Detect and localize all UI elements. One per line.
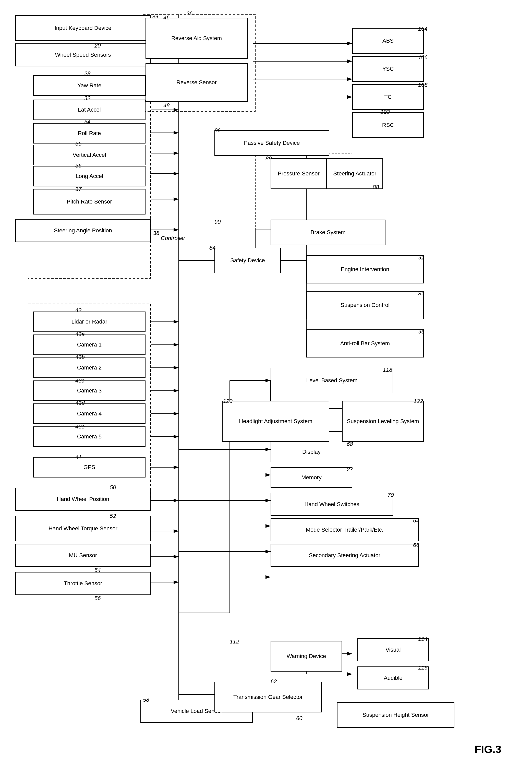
- camera1-box: Camera 1: [33, 335, 146, 355]
- memory-box: Memory: [271, 467, 352, 488]
- num-108: 108: [418, 82, 428, 88]
- headlight-adj-label: Headlight Adjustment System: [239, 418, 312, 425]
- yaw-rate-box: Yaw Rate: [33, 75, 146, 96]
- lat-accel-label: Lat Accel: [78, 106, 100, 114]
- num-86: 86: [214, 127, 221, 134]
- suspension-leveling-box: Suspension Leveling System: [342, 401, 424, 442]
- camera4-label: Camera 4: [77, 410, 102, 417]
- transmission-gear-box: Transmission Gear Selector: [214, 682, 322, 713]
- num-66: 66: [413, 542, 419, 549]
- num-38-ctrl: 38: [153, 230, 159, 236]
- roll-rate-box: Roll Rate: [33, 123, 146, 144]
- num-34: 34: [84, 119, 90, 125]
- num-50: 50: [110, 484, 116, 491]
- long-accel-label: Long Accel: [75, 173, 103, 180]
- num-88: 88: [373, 184, 379, 190]
- num-43c: 43c: [75, 377, 84, 384]
- warning-device-box: Warning Device: [271, 641, 342, 671]
- headlight-adj-box: Headlight Adjustment System: [222, 401, 329, 442]
- num-27: 27: [347, 466, 353, 473]
- lidar-radar-label: Lidar or Radar: [71, 318, 107, 326]
- secondary-steering-box: Secondary Steering Actuator: [271, 544, 419, 567]
- mu-sensor-label: MU Sensor: [69, 552, 97, 559]
- hand-wheel-torque-label: Hand Wheel Torque Sensor: [48, 525, 117, 532]
- num-42: 42: [75, 307, 81, 314]
- num-32: 32: [84, 95, 90, 102]
- audible-label: Audible: [384, 674, 402, 682]
- engine-intervention-label: Engine Intervention: [341, 266, 389, 273]
- num-96: 96: [418, 328, 424, 335]
- pitch-rate-label: Pitch Rate Sensor: [67, 198, 112, 206]
- num-104: 104: [418, 25, 428, 32]
- tc-label: TC: [384, 93, 391, 101]
- figure-label: FIG.3: [475, 743, 501, 756]
- warning-device-label: Warning Device: [287, 653, 326, 660]
- mode-selector-box: Mode Selector Trailer/Park/Etc.: [271, 518, 419, 541]
- pressure-sensor-label: Pressure Sensor: [278, 170, 320, 177]
- num-94: 94: [418, 290, 424, 297]
- display-box: Display: [271, 442, 352, 462]
- mu-sensor-box: MU Sensor: [15, 544, 151, 567]
- gps-label: GPS: [83, 464, 95, 471]
- hand-wheel-pos-label: Hand Wheel Position: [57, 496, 109, 503]
- steering-actuator-label: Steering Actuator: [333, 170, 376, 177]
- num-20: 20: [94, 42, 100, 49]
- camera3-box: Camera 3: [33, 380, 146, 401]
- roll-rate-label: Roll Rate: [78, 130, 101, 137]
- suspension-control-box: Suspension Control: [306, 291, 424, 319]
- ysc-box: YSC: [352, 56, 424, 82]
- num-58: 58: [143, 697, 149, 703]
- hand-wheel-switches-box: Hand Wheel Switches: [271, 493, 393, 516]
- num-92: 92: [418, 254, 424, 261]
- wheel-speed-label: Wheel Speed Sensors: [55, 51, 111, 59]
- hand-wheel-switches-label: Hand Wheel Switches: [304, 501, 359, 508]
- vertical-accel-box: Vertical Accel: [33, 145, 146, 165]
- num-60: 60: [296, 715, 302, 722]
- num-64: 64: [413, 517, 419, 524]
- num-37: 37: [75, 186, 81, 193]
- brake-system-box: Brake System: [271, 220, 385, 245]
- controller-label: Controller: [161, 235, 185, 241]
- num-112: 112: [230, 638, 239, 645]
- num-43d: 43d: [75, 400, 85, 406]
- num-46: 46: [164, 14, 170, 21]
- visual-label: Visual: [385, 646, 401, 654]
- input-keyboard-box: Input Keyboard Device: [15, 15, 151, 41]
- lat-accel-box: Lat Accel: [33, 100, 146, 120]
- num-84: 84: [209, 245, 216, 251]
- num-36: 36: [75, 162, 81, 169]
- pitch-rate-box: Pitch Rate Sensor: [33, 189, 146, 214]
- reverse-sensor-label: Reverse Sensor: [177, 79, 217, 86]
- abs-box: ABS: [352, 28, 424, 54]
- hand-wheel-torque-box: Hand Wheel Torque Sensor: [15, 516, 151, 541]
- camera2-label: Camera 2: [77, 364, 102, 372]
- suspension-leveling-label: Suspension Leveling System: [347, 418, 419, 425]
- reverse-sensor-box: Reverse Sensor: [146, 63, 248, 102]
- throttle-sensor-box: Throttle Sensor: [15, 572, 151, 595]
- camera4-box: Camera 4: [33, 403, 146, 424]
- secondary-steering-label: Secondary Steering Actuator: [309, 552, 380, 559]
- level-based-box: Level Based System: [271, 368, 393, 393]
- num-114: 114: [418, 636, 428, 642]
- anti-roll-label: Anti-roll Bar System: [340, 340, 390, 347]
- num-56: 56: [94, 595, 100, 602]
- num-62: 62: [271, 678, 277, 685]
- num-122: 122: [414, 398, 423, 404]
- memory-label: Memory: [301, 474, 321, 481]
- num-48: 48: [164, 102, 170, 109]
- input-keyboard-label: Input Keyboard Device: [55, 24, 111, 32]
- num-90: 90: [214, 219, 221, 225]
- hand-wheel-pos-box: Hand Wheel Position: [15, 488, 151, 511]
- num-43b: 43b: [75, 354, 85, 361]
- yaw-rate-label: Yaw Rate: [77, 82, 101, 89]
- abs-label: ABS: [382, 37, 393, 45]
- diagram: Input Keyboard Device 44 Wheel Speed Sen…: [0, 0, 532, 776]
- num-52: 52: [110, 513, 116, 519]
- num-89: 89: [265, 155, 272, 162]
- num-26: 26: [186, 10, 193, 17]
- vertical-accel-label: Vertical Accel: [73, 151, 106, 159]
- num-102: 102: [380, 109, 390, 116]
- num-68: 68: [347, 441, 353, 447]
- pressure-sensor-box: Pressure Sensor: [271, 158, 327, 189]
- mode-selector-label: Mode Selector Trailer/Park/Etc.: [306, 526, 383, 534]
